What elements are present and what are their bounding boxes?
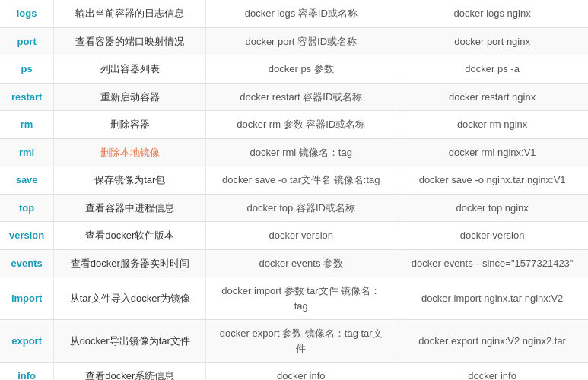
command-desc: 查看容器中进程信息 [54, 194, 206, 222]
command-name: version [0, 222, 54, 250]
command-name: rmi [0, 138, 54, 166]
command-syntax: docker export 参数 镜像名：tag tar文件 [206, 320, 396, 363]
table-row: port查看容器的端口映射情况docker port 容器ID或名称docker… [0, 27, 588, 55]
table-row: rmi删除本地镜像docker rmi 镜像名：tagdocker rmi ng… [0, 138, 588, 166]
command-desc: 从tar文件导入docker为镜像 [54, 277, 206, 320]
command-desc: 查看docker服务器实时时间 [54, 249, 206, 277]
command-syntax: docker top 容器ID或名称 [206, 194, 396, 222]
command-name: port [0, 27, 54, 55]
table-row: info查看docker系统信息docker infodocker info [0, 363, 588, 381]
command-desc: 删除本地镜像 [54, 138, 206, 166]
command-example: docker events --since="1577321423" [396, 249, 588, 277]
command-name: restart [0, 83, 54, 111]
command-syntax: docker events 参数 [206, 249, 396, 277]
command-example: docker port nginx [396, 27, 588, 55]
command-syntax: docker version [206, 222, 396, 250]
command-syntax: docker info [206, 363, 396, 381]
table-row: rm删除容器docker rm 参数 容器ID或名称docker rm ngin… [0, 111, 588, 139]
command-desc: 输出当前容器的日志信息 [54, 0, 206, 27]
command-syntax: docker logs 容器ID或名称 [206, 0, 396, 27]
command-example: docker ps -a [396, 55, 588, 84]
table-row: events查看docker服务器实时时间docker events 参数doc… [0, 249, 588, 277]
command-desc: 列出容器列表 [54, 55, 206, 84]
command-name: events [0, 249, 54, 277]
command-syntax: docker import 参数 tar文件 镜像名：tag [206, 277, 396, 320]
command-name: import [0, 277, 54, 320]
command-syntax: docker restart 容器ID或名称 [206, 83, 396, 111]
command-example: docker save -o nginx.tar nginx:V1 [396, 166, 588, 195]
command-example: docker rm nginx [396, 111, 588, 139]
command-name: export [0, 320, 54, 363]
table-row: save保存镜像为tar包docker save -o tar文件名 镜像名:t… [0, 166, 588, 195]
command-example: docker restart nginx [396, 83, 588, 111]
table-row: import从tar文件导入docker为镜像docker import 参数 … [0, 277, 588, 320]
command-desc: 从docker导出镜像为tar文件 [54, 320, 206, 363]
command-name: top [0, 194, 54, 222]
table-row: top查看容器中进程信息docker top 容器ID或名称docker top… [0, 194, 588, 222]
table-row: logs输出当前容器的日志信息docker logs 容器ID或名称docker… [0, 0, 588, 27]
command-desc: 查看docker软件版本 [54, 222, 206, 250]
command-desc: 查看docker系统信息 [54, 363, 206, 381]
command-example: docker version [396, 222, 588, 250]
command-example: docker info [396, 363, 588, 381]
command-desc: 保存镜像为tar包 [54, 166, 206, 195]
command-name: info [0, 363, 54, 381]
command-syntax: docker ps 参数 [206, 55, 396, 84]
command-name: rm [0, 111, 54, 139]
command-example: docker import nginx.tar nginx:V2 [396, 277, 588, 320]
command-desc: 重新启动容器 [54, 83, 206, 111]
table-row: restart重新启动容器docker restart 容器ID或名称docke… [0, 83, 588, 111]
command-name: ps [0, 55, 54, 84]
command-desc: 查看容器的端口映射情况 [54, 27, 206, 55]
table-row: version查看docker软件版本docker versiondocker … [0, 222, 588, 250]
command-example: docker top nginx [396, 194, 588, 222]
commands-table: logs输出当前容器的日志信息docker logs 容器ID或名称docker… [0, 0, 588, 380]
command-example: docker rmi nginx:V1 [396, 138, 588, 166]
command-example: docker export nginx:V2 nginx2.tar [396, 320, 588, 363]
command-syntax: docker port 容器ID或名称 [206, 27, 396, 55]
table-row: ps列出容器列表docker ps 参数docker ps -a [0, 55, 588, 84]
command-name: logs [0, 0, 54, 27]
command-name: save [0, 166, 54, 195]
command-syntax: docker rmi 镜像名：tag [206, 138, 396, 166]
command-syntax: docker save -o tar文件名 镜像名:tag [206, 166, 396, 195]
table-row: export从docker导出镜像为tar文件docker export 参数 … [0, 320, 588, 363]
command-desc: 删除容器 [54, 111, 206, 139]
command-syntax: docker rm 参数 容器ID或名称 [206, 111, 396, 139]
command-example: docker logs nginx [396, 0, 588, 27]
